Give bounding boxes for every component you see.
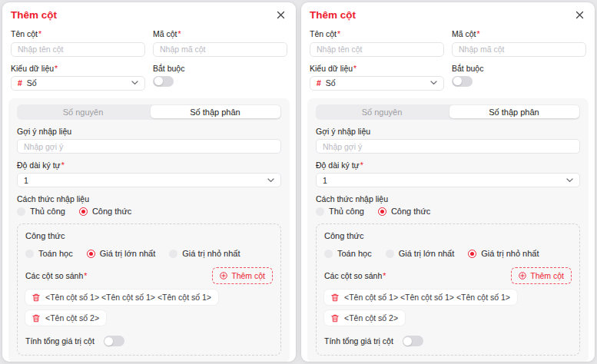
radio-label: Toán học: [337, 249, 372, 258]
column-name-input[interactable]: [11, 42, 145, 57]
radio-label: Giá trị lớn nhất: [399, 249, 455, 258]
compare-columns-label: Các cột so sánh*: [25, 271, 87, 280]
number-type-tabs: Số nguyên Số thập phân: [17, 104, 281, 120]
radio-formula[interactable]: Công thức: [79, 207, 131, 216]
data-type-label: Kiểu dữ liệu*: [310, 64, 444, 73]
column-code-input[interactable]: [153, 42, 287, 57]
trash-icon: [32, 293, 40, 302]
length-select[interactable]: 1: [316, 173, 580, 187]
column-code-input[interactable]: [452, 42, 586, 57]
radio-label: Toán học: [38, 249, 73, 258]
compare-columns-row: Các cột so sánh* Thêm cột: [324, 267, 572, 284]
tag-text: <Tên cột số 1> <Tên cột số 1> <Tên cột s…: [344, 293, 510, 302]
formula-box: Công thức Toán học Giá trị lớn nhất Giá …: [316, 223, 580, 356]
formula-options: Toán học Giá trị lớn nhất Giá trị nhỏ nh…: [25, 249, 273, 258]
input-method-options: Thủ công Công thức: [17, 207, 281, 216]
required-mark: *: [337, 29, 340, 38]
required-toggle-label: Bắt buộc: [452, 64, 586, 73]
required-toggle[interactable]: [452, 76, 473, 87]
length-select[interactable]: 1: [17, 173, 281, 187]
number-hash-icon: #: [317, 78, 321, 88]
chevron-down-icon: [131, 81, 138, 85]
radio-manual[interactable]: Thủ công: [316, 207, 364, 216]
add-column-label: Thêm cột: [530, 271, 564, 280]
radio-math[interactable]: Toán học: [324, 249, 372, 258]
compare-columns-row: Các cột so sánh* Thêm cột: [25, 267, 273, 284]
radio-max-value[interactable]: Giá trị lớn nhất: [87, 249, 156, 258]
radio-circle-icon: [17, 207, 25, 216]
add-column-button[interactable]: Thêm cột: [511, 267, 572, 284]
radio-circle-icon: [169, 250, 177, 258]
column-code-label: Mã cột*: [153, 29, 287, 38]
close-button[interactable]: [275, 9, 287, 21]
column-name-input[interactable]: [310, 42, 444, 57]
dialog-header: Thêm cột: [301, 2, 595, 22]
length-label: Độ dài ký tự*: [17, 160, 281, 170]
delete-tag-button[interactable]: [32, 293, 40, 302]
radio-formula[interactable]: Công thức: [378, 207, 430, 216]
top-form: Tên cột* Mã cột* Kiểu dữ liệu* # Số Bắt …: [2, 22, 296, 91]
data-type-value: Số: [27, 78, 127, 88]
close-icon: [277, 11, 285, 19]
radio-label: Công thức: [92, 207, 131, 216]
data-type-value: Số: [326, 78, 426, 88]
radio-label: Thủ công: [329, 207, 364, 216]
number-hash-icon: #: [18, 78, 22, 88]
tab-integer[interactable]: Số nguyên: [317, 105, 447, 118]
formula-options: Toán học Giá trị lớn nhất Giá trị nhỏ nh…: [324, 249, 572, 258]
required-mark: *: [38, 29, 41, 38]
add-column-button[interactable]: Thêm cột: [212, 267, 273, 284]
sum-toggle[interactable]: [403, 336, 423, 346]
number-type-tabs: Số nguyên Số thập phân: [316, 104, 580, 120]
trash-icon: [32, 314, 40, 323]
add-column-dialog: Thêm cột Tên cột* Mã cột* Kiểu dữ liệu* …: [301, 2, 595, 362]
number-settings-section: Số nguyên Số thập phân Gợi ý nhập liệu Đ…: [307, 98, 589, 362]
close-button[interactable]: [574, 9, 585, 21]
required-mark: *: [55, 64, 58, 73]
data-type-select[interactable]: # Số: [310, 76, 444, 91]
tab-decimal[interactable]: Số thập phân: [151, 105, 280, 118]
required-mark: *: [360, 160, 363, 170]
radio-circle-icon: [79, 207, 88, 216]
radio-circle-icon: [87, 250, 95, 258]
tab-integer[interactable]: Số nguyên: [18, 105, 148, 118]
compare-columns-label: Các cột so sánh*: [324, 271, 386, 280]
required-mark: *: [383, 271, 386, 280]
data-type-select[interactable]: # Số: [11, 76, 145, 91]
tab-decimal[interactable]: Số thập phân: [449, 105, 579, 118]
length-value: 1: [24, 176, 263, 185]
delete-tag-button[interactable]: [331, 314, 339, 323]
dialog-title: Thêm cột: [11, 9, 57, 21]
number-settings-section: Số nguyên Số thập phân Gợi ý nhập liệu Đ…: [8, 98, 290, 362]
radio-min-value[interactable]: Giá trị nhỏ nhất: [468, 249, 539, 258]
sum-toggle-label: Tính tổng giá trị cột: [25, 336, 95, 346]
add-column-dialog: Thêm cột Tên cột* Mã cột* Kiểu dữ liệu* …: [2, 2, 296, 362]
hint-label: Gợi ý nhập liệu: [17, 127, 281, 136]
required-mark: *: [178, 29, 181, 38]
radio-label: Thủ công: [30, 207, 65, 216]
radio-min-value[interactable]: Giá trị nhỏ nhất: [169, 249, 240, 258]
sum-toggle[interactable]: [104, 336, 124, 346]
tag-text: <Tên cột số 2>: [344, 313, 398, 323]
trash-icon: [331, 293, 339, 302]
compare-tag: <Tên cột số 2>: [324, 310, 405, 326]
top-form: Tên cột* Mã cột* Kiểu dữ liệu* # Số Bắt …: [301, 22, 595, 91]
radio-label: Giá trị nhỏ nhất: [182, 249, 240, 258]
radio-max-value[interactable]: Giá trị lớn nhất: [386, 249, 455, 258]
required-toggle[interactable]: [153, 76, 174, 87]
formula-box-title: Công thức: [324, 231, 572, 240]
radio-circle-icon: [324, 250, 333, 258]
radio-manual[interactable]: Thủ công: [17, 207, 65, 216]
formula-box-title: Công thức: [25, 231, 273, 240]
compare-tag: <Tên cột số 2>: [25, 310, 106, 326]
hint-input[interactable]: [316, 139, 580, 154]
radio-math[interactable]: Toán học: [25, 249, 73, 258]
delete-tag-button[interactable]: [331, 293, 339, 302]
tag-text: <Tên cột số 1> <Tên cột số 1> <Tên cột s…: [45, 293, 211, 302]
length-label: Độ dài ký tự*: [316, 160, 580, 170]
required-toggle-label: Bắt buộc: [153, 64, 287, 73]
delete-tag-button[interactable]: [32, 314, 40, 323]
plus-circle-icon: [519, 272, 526, 280]
hint-input[interactable]: [17, 139, 281, 154]
radio-circle-icon: [25, 250, 34, 258]
